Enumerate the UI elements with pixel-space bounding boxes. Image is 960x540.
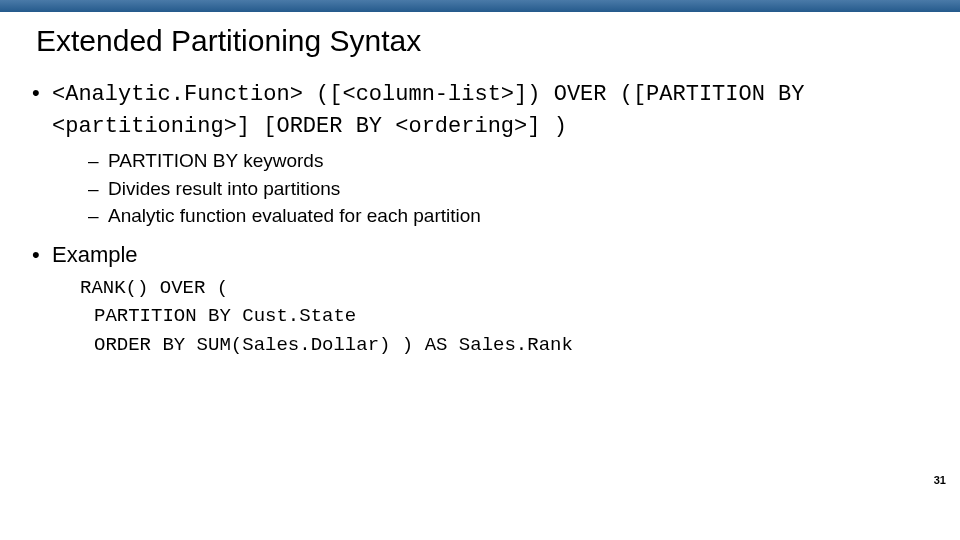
bullet-list: <Analytic.Function> ([<column-list>]) OV…: [24, 78, 936, 359]
bullet-example: Example RANK() OVER ( PARTITION BY Cust.…: [24, 240, 936, 359]
sub-bullet-list: PARTITION BY keywords Divides result int…: [52, 147, 936, 230]
sub-bullet-1: PARTITION BY keywords: [52, 147, 936, 175]
bullet-syntax: <Analytic.Function> ([<column-list>]) OV…: [24, 78, 936, 230]
slide-accent-bar: [0, 0, 960, 12]
sub-bullet-3: Analytic function evaluated for each par…: [52, 202, 936, 230]
example-line-3: ORDER BY SUM(Sales.Dollar) ) AS Sales.Ra…: [80, 331, 936, 360]
example-heading: Example: [52, 242, 138, 267]
page-number: 31: [934, 474, 946, 486]
sub-bullet-2: Divides result into partitions: [52, 175, 936, 203]
syntax-line-2: <partitioning>] [ORDER BY <ordering>] ): [52, 114, 567, 139]
slide-title: Extended Partitioning Syntax: [36, 24, 421, 58]
syntax-line-1: <Analytic.Function> ([<column-list>]) OV…: [52, 82, 805, 107]
example-line-2: PARTITION BY Cust.State: [80, 302, 936, 331]
slide-body: <Analytic.Function> ([<column-list>]) OV…: [24, 78, 936, 363]
example-code-block: RANK() OVER ( PARTITION BY Cust.State OR…: [80, 274, 936, 360]
example-line-1: RANK() OVER (: [80, 274, 936, 303]
